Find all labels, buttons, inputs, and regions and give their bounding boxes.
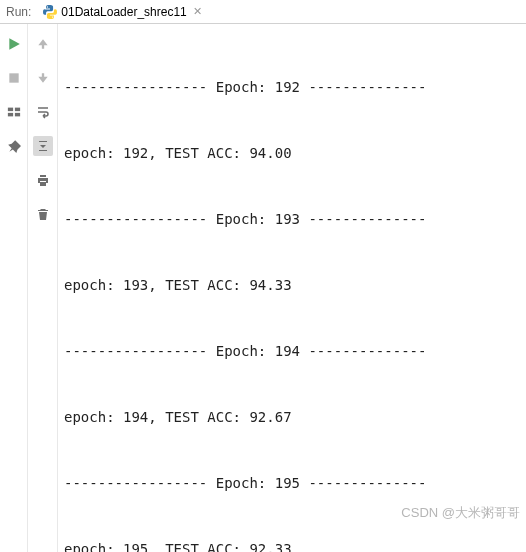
console-line: epoch: 194, TEST ACC: 92.67: [64, 406, 518, 428]
console-line: epoch: 192, TEST ACC: 94.00: [64, 142, 518, 164]
close-icon[interactable]: ✕: [191, 5, 204, 18]
toolbar-right: [28, 24, 58, 552]
watermark: CSDN @大米粥哥哥: [401, 502, 520, 524]
down-icon[interactable]: [33, 68, 53, 88]
scroll-end-icon[interactable]: [33, 136, 53, 156]
tab-name: 01DataLoader_shrec11: [61, 5, 186, 19]
svg-rect-2: [7, 113, 12, 117]
stop-button[interactable]: [4, 68, 24, 88]
trash-icon[interactable]: [33, 204, 53, 224]
pin-button[interactable]: [4, 136, 24, 156]
console-output[interactable]: ----------------- Epoch: 192 -----------…: [58, 24, 526, 552]
up-icon[interactable]: [33, 34, 53, 54]
print-icon[interactable]: [33, 170, 53, 190]
console-line: epoch: 193, TEST ACC: 94.33: [64, 274, 518, 296]
console-line: ----------------- Epoch: 193 -----------…: [64, 208, 518, 230]
console-line: ----------------- Epoch: 194 -----------…: [64, 340, 518, 362]
soft-wrap-icon[interactable]: [33, 102, 53, 122]
svg-rect-3: [14, 108, 19, 112]
run-label: Run:: [6, 5, 31, 19]
run-config-tab[interactable]: 01DataLoader_shrec11 ✕: [37, 1, 209, 23]
console-line: ----------------- Epoch: 192 -----------…: [64, 76, 518, 98]
svg-rect-4: [14, 113, 19, 117]
svg-rect-1: [7, 108, 12, 112]
run-header: Run: 01DataLoader_shrec11 ✕: [0, 0, 526, 24]
python-icon: [43, 5, 57, 19]
run-button[interactable]: [4, 34, 24, 54]
toolbar-left: [0, 24, 28, 552]
restart-button[interactable]: [4, 102, 24, 122]
console-line: epoch: 195, TEST ACC: 92.33: [64, 538, 518, 552]
svg-rect-0: [9, 73, 18, 82]
console-line: ----------------- Epoch: 195 -----------…: [64, 472, 518, 494]
